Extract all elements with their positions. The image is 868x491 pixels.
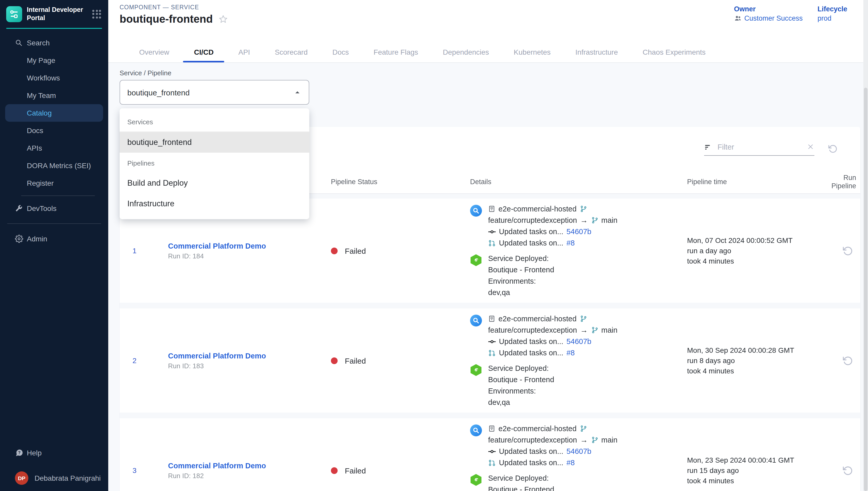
pipeline-duration: took 4 minutes [687,367,831,375]
run-pipeline-button[interactable] [842,355,853,366]
sidebar-item-label: Admin [27,235,47,243]
commit-link[interactable]: 54607b [566,337,591,346]
pull-request-icon [488,349,496,357]
column-header-details: Details [466,178,687,186]
table-row: 2 Commercial Platform Demo Run ID: 183 F… [120,309,860,413]
commit-icon [488,228,496,235]
commit-message: Updated tasks on... [499,446,563,456]
sidebar-item-admin[interactable]: Admin [0,230,108,248]
sidebar-item-catalog[interactable]: Catalog [5,104,103,122]
repo-icon [488,425,495,432]
sidebar-item-apis[interactable]: APIs [0,139,108,157]
tab-scorecard[interactable]: Scorecard [262,42,320,62]
dropdown-option-boutique-frontend[interactable]: boutique_frontend [120,132,309,153]
deploy-service: Boutique - Frontend [488,375,554,384]
user-menu[interactable]: DP Debabrata Panigrahi [0,469,108,487]
sidebar-item-docs[interactable]: Docs [0,122,108,139]
dropdown-option-build-and-deploy[interactable]: Build and Deploy [120,173,309,194]
brand-title: Internal Developer Portal [27,6,88,22]
deploy-title: Service Deployed: [488,364,554,373]
app-root: Internal Developer Portal Search My Page… [0,0,868,491]
sidebar-spacer [0,248,108,443]
branch-from: feature/corruptedexception [488,325,577,335]
sidebar-divider [21,196,95,196]
user-name: Debabrata Panigrahi [34,474,101,482]
pr-message: Updated tasks on... [499,238,563,248]
tab-cicd[interactable]: CI/CD [182,42,226,62]
pr-link[interactable]: #8 [566,238,575,248]
sidebar-item-label: Search [27,39,50,47]
tab-api[interactable]: API [226,42,262,62]
branch-from: feature/corruptedexception [488,215,577,225]
pipeline-select[interactable]: boutique_frontend [120,80,309,105]
pipeline-name-link[interactable]: Commercial Platform Demo [168,461,331,470]
commit-link[interactable]: 54607b [566,446,591,456]
run-pipeline-button[interactable] [842,245,853,256]
pull-request-icon [488,459,496,466]
pr-link[interactable]: #8 [566,348,575,357]
row-separator [120,413,860,418]
cd-stage-icon [470,254,482,266]
vertical-scrollbar[interactable] [863,0,868,491]
pipeline-ago: run a day ago [687,247,831,255]
tab-kubernetes[interactable]: Kubernetes [501,42,563,62]
run-pipeline-button[interactable] [842,465,853,476]
tab-feature-flags[interactable]: Feature Flags [361,42,431,62]
sidebar-item-label: DevTools [27,204,57,212]
pull-request-icon [488,239,496,247]
help-button[interactable]: Help [0,443,108,462]
tab-dependencies[interactable]: Dependencies [430,42,501,62]
sidebar-item-register[interactable]: Register [0,174,108,192]
pipeline-date: Mon, 30 Sep 2024 00:00:28 GMT [687,346,831,354]
row-index: 2 [120,314,150,407]
sidebar-item-label: Catalog [27,109,52,117]
people-icon [734,15,742,22]
tab-overview[interactable]: Overview [127,42,182,62]
commit-message: Updated tasks on... [499,337,563,346]
deploy-title: Service Deployed: [488,473,554,483]
apps-grid-icon[interactable] [92,9,101,18]
tab-bar: Overview CI/CD API Scorecard Docs Featur… [108,42,718,62]
sidebar-item-workflows[interactable]: Workflows [0,69,108,87]
run-id: Run ID: 182 [168,472,331,480]
sidebar-item-my-page[interactable]: My Page [0,52,108,69]
pipeline-name-link[interactable]: Commercial Platform Demo [168,242,331,250]
pr-message: Updated tasks on... [499,348,563,357]
tab-chaos-experiments[interactable]: Chaos Experiments [630,42,718,62]
pipeline-name-link[interactable]: Commercial Platform Demo [168,351,331,360]
sidebar-item-my-team[interactable]: My Team [0,87,108,104]
sidebar-nav: Search My Page Workflows My Team Catalog… [0,29,108,192]
lifecycle-label: Lifecycle [817,5,847,13]
tab-docs[interactable]: Docs [320,42,361,62]
pipeline-date: Mon, 07 Oct 2024 00:00:52 GMT [687,236,831,244]
branch-to: main [601,325,618,335]
column-header-pipeline-time: Pipeline time [687,178,831,186]
pipeline-date: Mon, 23 Sep 2024 00:00:41 GMT [687,456,831,464]
filter-field [704,142,814,156]
pipeline-ago: run 15 days ago [687,466,831,474]
filter-bar [704,142,838,156]
gear-icon [15,235,23,243]
filter-input[interactable] [716,142,802,152]
dropdown-group-pipelines: Pipelines [120,153,309,173]
commit-link[interactable]: 54607b [566,227,591,236]
dropdown-option-infrastructure[interactable]: Infrastructure [120,194,309,214]
help-label: Help [27,449,42,457]
star-icon[interactable] [219,15,228,24]
owner-link[interactable]: Customer Success [744,14,803,23]
deploy-service: Boutique - Frontend [488,485,554,491]
tab-infrastructure[interactable]: Infrastructure [563,42,630,62]
column-header-run-pipeline: Run Pipeline [831,174,860,190]
sidebar-item-label: My Team [27,91,56,99]
scrollbar-thumb[interactable] [864,88,867,491]
environments-value: dev,qa [488,398,554,407]
refresh-icon[interactable] [828,144,838,154]
sidebar-item-dora-metrics[interactable]: DORA Metrics (SEI) [0,157,108,174]
sidebar-item-search[interactable]: Search [0,34,108,52]
lifecycle-value: prod [817,14,831,23]
pr-link[interactable]: #8 [566,458,575,467]
content-area: Pipeline Status Details Pipeline time Ru… [108,63,868,491]
clear-filter-icon[interactable] [807,143,814,151]
row-separator [120,303,860,309]
sidebar-item-devtools[interactable]: DevTools [0,200,108,217]
